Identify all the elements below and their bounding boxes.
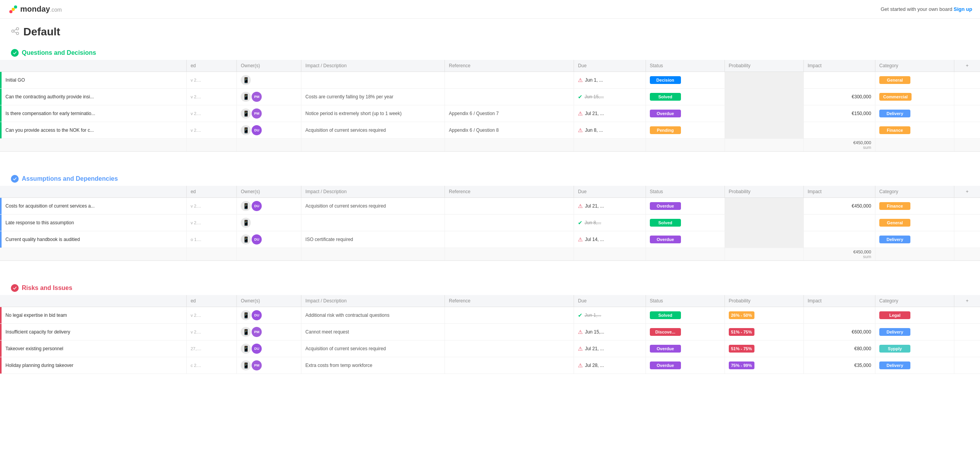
row-category[interactable]: Delivery [875,105,954,122]
section-indicator[interactable] [11,49,19,57]
row-impact-value: €35,000 [803,357,875,374]
category-badge: Delivery [879,110,910,117]
row-owner: 📱PM [237,357,301,374]
row-impact-value [803,122,875,139]
row-description: Acquisition of current services required [301,341,445,357]
status-badge: Pending [650,126,681,134]
category-badge: Finance [879,126,910,134]
row-status[interactable]: Decision [646,72,724,89]
row-color-bar [0,72,2,88]
row-name[interactable]: Can you provide access to the NOK for c.… [0,122,187,139]
row-probability[interactable] [724,215,803,231]
col-header-3: Impact / Description [301,295,445,307]
row-color-bar [0,122,2,138]
status-badge: Decision [650,76,681,84]
section-indicator[interactable] [11,175,19,183]
row-reference [445,341,574,357]
row-status[interactable]: Overdue [646,105,724,122]
row-category[interactable]: Finance [875,122,954,139]
row-category[interactable]: Delivery [875,357,954,374]
avatar: 📱 [241,75,251,85]
col-header-3: Impact / Description [301,186,445,198]
row-probability[interactable] [724,231,803,248]
col-header-5: Due [574,60,646,72]
row-status[interactable]: Overdue [646,357,724,374]
row-updated: v 2.... [187,307,237,324]
row-name[interactable]: Holiday planning during takeover [0,357,187,374]
row-name[interactable]: Current quality handbook is auditied [0,231,187,248]
sum-value: €450,000 [853,140,871,145]
row-status[interactable]: Solved [646,89,724,105]
category-badge: Delivery [879,361,910,369]
row-reference: Appendix 6 / Question 7 [445,105,574,122]
svg-point-1 [9,10,12,13]
row-status[interactable]: Overdue [646,341,724,357]
add-cell [954,122,980,139]
row-name[interactable]: Initial GO [0,72,187,89]
row-probability[interactable]: 51% - 75% [724,341,803,357]
row-impact-value: €150,000 [803,105,875,122]
row-name[interactable]: Can the contracting authority provide in… [0,89,187,105]
avatar-phone: 📱 [241,360,251,370]
row-probability[interactable] [724,105,803,122]
svg-line-7 [14,29,16,30]
avatar-phone: 📱 [241,92,251,102]
row-status[interactable]: Overdue [646,231,724,248]
row-category[interactable]: Legal [875,307,954,324]
table-wrap: edOwner(s)Impact / DescriptionReferenceD… [0,295,980,374]
row-reference [445,215,574,231]
section-title: Questions and Decisions [22,49,96,56]
category-badge: General [879,76,910,84]
row-impact-value [803,215,875,231]
row-probability[interactable] [724,72,803,89]
due-cell: ⚠Jul 21, ... [578,110,641,117]
section-risks: Risks and IssuesedOwner(s)Impact / Descr… [0,281,980,386]
monday-logo-icon [8,4,19,15]
row-category[interactable]: General [875,215,954,231]
svg-point-2 [12,8,15,11]
row-probability[interactable] [724,89,803,105]
row-category[interactable]: Sypply [875,341,954,357]
row-probability[interactable]: 51% - 75% [724,324,803,341]
section-title: Assumptions and Dependencies [22,175,118,182]
row-category[interactable]: General [875,72,954,89]
row-color-bar [0,357,2,374]
row-status[interactable]: Overdue [646,198,724,215]
col-header-2: Owner(s) [237,60,301,72]
avatar-pm: PM [252,327,262,337]
table-row: Can the contracting authority provide in… [0,89,980,105]
row-category[interactable]: Finance [875,198,954,215]
row-impact-value [803,307,875,324]
row-status[interactable]: Pending [646,122,724,139]
row-probability[interactable]: 75% - 99% [724,357,803,374]
row-name[interactable]: Is there compensation for early terminat… [0,105,187,122]
row-name[interactable]: Insufficient capacity for delivery [0,324,187,341]
row-impact-value: €80,000 [803,341,875,357]
due-alert-icon: ⚠ [578,110,583,117]
row-category[interactable]: Commercial [875,89,954,105]
row-category[interactable]: Delivery [875,324,954,341]
row-owner: 📱PM [237,324,301,341]
row-owner: 📱 [237,72,301,89]
section-indicator[interactable] [11,284,19,292]
row-description: Additional risk with contractual questio… [301,307,445,324]
svg-point-4 [16,28,19,30]
due-alert-icon: ⚠ [578,346,583,352]
row-name[interactable]: Late response to this assumption [0,215,187,231]
row-due: ✔Jun 8,... [574,215,646,231]
row-probability[interactable] [724,198,803,215]
row-status[interactable]: Solved [646,307,724,324]
col-header-6: Status [646,186,724,198]
sign-up-link[interactable]: Sign up [954,6,972,12]
svg-line-8 [14,31,16,33]
row-name[interactable]: No legal expertise in bid team [0,307,187,324]
row-status[interactable]: Solved [646,215,724,231]
avatar-du: DU [252,310,262,320]
row-name[interactable]: Costs for acquisition of current service… [0,198,187,215]
row-probability[interactable]: 26% - 50% [724,307,803,324]
row-probability[interactable] [724,122,803,139]
row-name[interactable]: Takeover existing personnel [0,341,187,357]
row-category[interactable]: Delivery [875,231,954,248]
row-status[interactable]: Discove... [646,324,724,341]
owner-cell: 📱 [241,75,297,85]
